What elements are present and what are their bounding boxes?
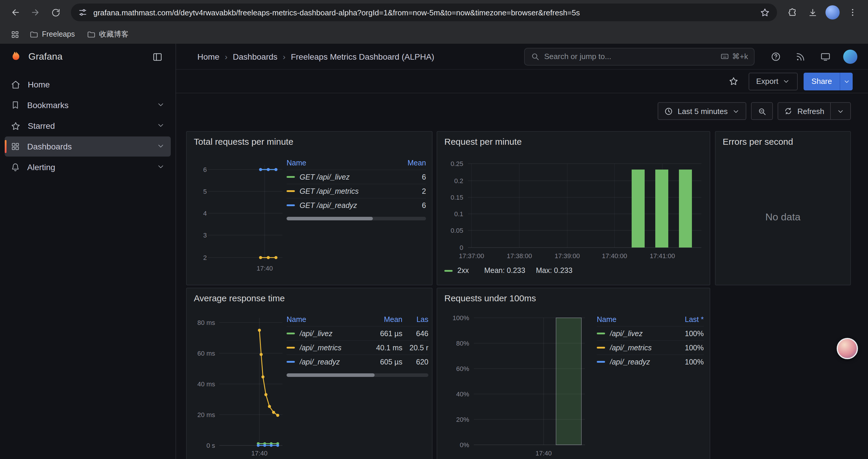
legend-series[interactable]: GET /api/_livez (300, 173, 393, 181)
legend-row: GET /api/_readyz6 (286, 198, 426, 212)
url-bar[interactable]: grafana.mathmast.com/d/deytv4rwavabkb/fr… (71, 4, 777, 21)
legend-series[interactable]: 2xx (457, 266, 469, 275)
chevron-down-icon[interactable] (157, 100, 165, 110)
browser-toolbar: grafana.mathmast.com/d/deytv4rwavabkb/fr… (0, 0, 868, 25)
legend-series[interactable]: /api/_metrics (610, 343, 672, 352)
bookmark-star-icon[interactable] (760, 7, 770, 18)
zoom-out-icon (758, 107, 767, 116)
bookmark-label: 收藏博客 (99, 29, 128, 39)
browser-menu-icon[interactable] (843, 3, 862, 22)
panel-legend: NameMean GET /api/_livez6 GET /api/_metr… (286, 157, 426, 220)
chevron-down-icon (733, 107, 740, 115)
extensions-icon[interactable] (783, 3, 802, 22)
sidebar-collapse-icon[interactable] (148, 48, 166, 66)
breadcrumb-home[interactable]: Home (197, 52, 219, 61)
brand-title: Grafana (28, 52, 143, 62)
panel-legend: 2xx Mean: 0.233 Max: 0.233 (444, 266, 572, 275)
bookmark-label: Freeleaps (42, 30, 75, 38)
sidebar-nav: Home Bookmarks Starred Dashboards (0, 70, 176, 178)
news-icon[interactable] (793, 48, 809, 65)
sidebar-item-home[interactable]: Home (5, 74, 171, 95)
series-swatch (597, 333, 605, 334)
sidebar-item-bookmarks[interactable]: Bookmarks (5, 95, 171, 115)
downloads-icon[interactable] (803, 3, 822, 22)
help-icon[interactable] (768, 48, 784, 65)
clock-icon (664, 107, 673, 116)
chart[interactable] (437, 132, 710, 285)
url-text: grafana.mathmast.com/d/deytv4rwavabkb/fr… (93, 8, 754, 17)
share-menu-chevron-icon[interactable] (840, 72, 852, 90)
star-icon (11, 121, 21, 131)
breadcrumb-current: Freeleaps Metrics Dashboard (ALPHA) (291, 52, 434, 61)
chevron-down-icon[interactable] (157, 141, 165, 152)
screen: grafana.mathmast.com/d/deytv4rwavabkb/fr… (0, 0, 868, 459)
user-avatar[interactable] (842, 48, 859, 65)
scrollbar-thumb[interactable] (286, 217, 373, 220)
series-swatch (286, 347, 295, 349)
share-button[interactable]: Share (804, 72, 840, 90)
export-button[interactable]: Export (748, 72, 798, 90)
panel-requests-under-100ms: Requests under 100ms 100% 80% 60% 40% 20… (437, 288, 710, 459)
sidebar-item-dashboards[interactable]: Dashboards (5, 136, 171, 157)
legend-series[interactable]: /api/_livez (610, 329, 672, 338)
time-range-picker[interactable]: Last 5 minutes (658, 102, 747, 120)
bookmark-icon (11, 100, 20, 110)
favorite-star-icon[interactable] (725, 72, 742, 90)
legend-scrollbar[interactable] (286, 373, 428, 377)
sidebar-item-alerting[interactable]: Alerting (5, 157, 171, 177)
breadcrumb-separator-icon: › (283, 52, 285, 61)
legend-series[interactable]: GET /api/_metrics (300, 187, 393, 195)
grafana-app: Grafana Home Bookmarks Starred (0, 44, 868, 459)
breadcrumb: Home › Dashboards › Freeleaps Metrics Da… (197, 52, 434, 61)
no-data-message: No data (716, 211, 850, 223)
grafana-logo (9, 50, 23, 63)
time-controls: Last 5 minutes Refresh (658, 102, 851, 120)
chevron-down-icon[interactable] (157, 121, 165, 131)
panel-request-per-minute: Request per minute 0.25 0.2 0.15 0.1 0.0… (437, 131, 710, 285)
main-area: Home › Dashboards › Freeleaps Metrics Da… (176, 44, 868, 459)
zoom-out-button[interactable] (751, 102, 773, 120)
search-placeholder: Search or jump to... (544, 52, 716, 61)
series-swatch (286, 176, 295, 178)
back-button[interactable] (6, 3, 25, 22)
breadcrumb-dashboards[interactable]: Dashboards (233, 52, 277, 61)
sidebar-item-starred[interactable]: Starred (5, 116, 171, 136)
bell-icon (11, 162, 20, 172)
legend-row: /api/_metrics100% (597, 340, 704, 355)
series-swatch (597, 361, 605, 363)
refresh-interval-chevron-icon[interactable] (830, 103, 850, 119)
folder-icon (87, 30, 95, 39)
profile-avatar-image (826, 5, 840, 20)
top-nav: Home › Dashboards › Freeleaps Metrics Da… (176, 44, 868, 70)
folder-icon (30, 30, 38, 39)
bookmark-item[interactable]: 收藏博客 (82, 27, 133, 42)
panel-title[interactable]: Errors per second (723, 136, 793, 146)
legend-scrollbar[interactable] (286, 217, 426, 220)
user-avatar-image (843, 49, 857, 64)
legend-series[interactable]: GET /api/_readyz (300, 201, 393, 209)
scrollbar-thumb[interactable] (286, 373, 375, 377)
bookmark-item[interactable]: Freeleaps (25, 28, 80, 41)
series-swatch (286, 361, 295, 363)
site-settings-icon[interactable] (78, 8, 88, 17)
refresh-button[interactable]: Refresh (778, 103, 830, 119)
legend-row: /api/_livez661 µs646 (286, 326, 428, 340)
chevron-down-icon[interactable] (157, 162, 165, 172)
legend-series[interactable]: /api/_livez (300, 329, 365, 338)
reload-button[interactable] (46, 3, 65, 22)
forward-button[interactable] (26, 3, 45, 22)
legend-series[interactable]: /api/_metrics (300, 343, 365, 352)
panel-errors-per-second: Errors per second No data (715, 131, 851, 285)
floating-assistant-avatar[interactable] (837, 338, 858, 359)
legend-series[interactable]: /api/_readyz (610, 358, 672, 366)
apps-grid-icon[interactable] (7, 27, 23, 42)
refresh-button-group: Refresh (778, 102, 851, 120)
home-icon (11, 79, 21, 90)
sidebar-header: Grafana (0, 44, 176, 70)
browser-chrome: grafana.mathmast.com/d/deytv4rwavabkb/fr… (0, 0, 868, 44)
search-input[interactable]: Search or jump to... ⌘+k (524, 47, 754, 65)
profile-avatar[interactable] (823, 3, 842, 22)
series-swatch (444, 270, 453, 271)
legend-series[interactable]: /api/_readyz (300, 358, 365, 366)
tv-mode-icon[interactable] (817, 48, 834, 65)
